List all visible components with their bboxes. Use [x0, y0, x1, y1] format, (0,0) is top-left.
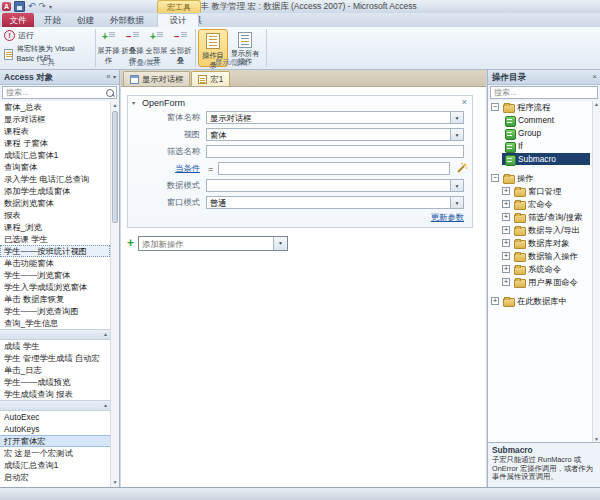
tree-item-Comment[interactable]: Comment — [488, 114, 592, 127]
scroll-down-icon[interactable]: ▼ — [111, 478, 119, 487]
nav-object-item[interactable]: 成绩汇总窗体1 — [0, 149, 110, 161]
nav-object-item[interactable]: 课程_浏览 — [0, 221, 110, 233]
close-pane-icon[interactable]: × — [592, 72, 597, 81]
nav-object-item[interactable]: 学生成绩查询 报表 — [0, 388, 110, 400]
nav-scrollbar[interactable]: ▲ ▼ — [110, 101, 119, 487]
tree-item-Group[interactable]: Group — [488, 127, 592, 140]
nav-object-item[interactable]: 课程表 — [0, 125, 110, 137]
catalog-scrollbar[interactable]: ▲ ▼ — [592, 101, 600, 442]
file-tab[interactable]: 文件 — [2, 13, 34, 27]
nav-object-item[interactable]: 学生 管理学生成绩 自动宏 — [0, 352, 110, 364]
macro-designer-canvas[interactable]: ▾ OpenForm × 窗体名称显示对话框▼视图窗体▼筛选名称当条件=数据模式… — [121, 87, 486, 487]
argument-combo[interactable]: 普通▼ — [206, 196, 464, 209]
nav-object-item[interactable]: 录入学生 电话汇总查询 — [0, 173, 110, 185]
nav-group-header[interactable]: ▴ — [0, 400, 110, 411]
document-tab-bar: 显示对话框宏1 — [121, 70, 486, 87]
expand-box-icon[interactable]: + — [502, 265, 510, 273]
collapse-box-icon[interactable]: − — [491, 174, 499, 182]
argument-combo[interactable]: ▼ — [206, 179, 464, 192]
expand-box-icon[interactable]: + — [502, 252, 510, 260]
nav-object-item[interactable]: 学生——成绩预览 — [0, 376, 110, 388]
argument-combo[interactable]: 显示对话框▼ — [206, 111, 464, 124]
nav-object-item[interactable]: 宏 这是一个宏测试 — [0, 447, 110, 459]
scroll-up-icon[interactable]: ▲ — [111, 101, 119, 110]
nav-object-item[interactable]: 学生入学成绩浏览窗体 — [0, 281, 110, 293]
tree-item-窗口管理[interactable]: +窗口管理 — [488, 185, 592, 198]
expand-box-icon[interactable]: + — [502, 278, 510, 286]
nav-object-item[interactable]: AutoKeys — [0, 423, 110, 435]
document-tab-显示对话框[interactable]: 显示对话框 — [123, 71, 190, 86]
delete-action-icon[interactable]: × — [462, 96, 467, 109]
nav-object-item[interactable]: 单击 数据库恢复 — [0, 293, 110, 305]
dropdown-arrow-icon[interactable]: ▼ — [450, 112, 463, 123]
nav-object-item[interactable]: 学生——浏览查询图 — [0, 305, 110, 317]
run-button[interactable]: ! 运行 — [4, 30, 34, 41]
nav-object-item[interactable]: 已选课 学生 — [0, 233, 110, 245]
add-new-action-combo[interactable]: 添加新操作 ▼ — [138, 236, 288, 251]
expand-box-icon[interactable]: + — [502, 200, 510, 208]
nav-object-item[interactable]: 打开窗体宏 — [0, 435, 110, 447]
argument-label: 筛选名称 — [128, 146, 200, 157]
argument-label[interactable]: 当条件 — [128, 163, 200, 174]
tree-item-数据库对象[interactable]: +数据库对象 — [488, 237, 592, 250]
tree-root-在此数据库中[interactable]: +在此数据库中 — [488, 295, 592, 308]
tree-item-用户界面命令[interactable]: +用户界面命令 — [488, 276, 592, 289]
expand-box-icon[interactable]: + — [502, 213, 510, 221]
nav-object-item[interactable]: 数据浏览窗体 — [0, 197, 110, 209]
argument-text-input[interactable] — [206, 145, 464, 158]
nav-group-header[interactable]: ▴ — [0, 329, 110, 340]
tree-item-Submacro[interactable]: Submacro — [488, 153, 592, 166]
expression-builder-wand-icon[interactable] — [455, 162, 468, 175]
nav-object-item[interactable]: 单击功能窗体 — [0, 257, 110, 269]
nav-object-item[interactable]: 单击_日志 — [0, 364, 110, 376]
nav-menu-caret-icon[interactable]: ▾ — [113, 74, 116, 80]
nav-object-item[interactable]: 添加学生成绩窗体 — [0, 185, 110, 197]
scroll-up-icon[interactable]: ▲ — [593, 101, 600, 107]
expand-box-icon[interactable]: + — [502, 239, 510, 247]
nav-object-item[interactable]: 成绩 学生 — [0, 340, 110, 352]
tree-item-宏命令[interactable]: +宏命令 — [488, 198, 592, 211]
update-parameters-link[interactable]: 更新参数 — [431, 212, 464, 223]
action-catalog-header: 操作目录 × — [488, 70, 600, 85]
argument-combo[interactable]: 窗体▼ — [206, 128, 464, 141]
nav-object-item[interactable]: 成绩汇总查询1 — [0, 459, 110, 471]
scroll-thumb[interactable] — [112, 111, 118, 223]
ribbon-tab-1[interactable]: 创建 — [69, 13, 102, 27]
navigation-pane-header[interactable]: Access 对象 « ▾ — [0, 70, 119, 85]
tree-item-数据输入操作[interactable]: +数据输入操作 — [488, 250, 592, 263]
argument-label: 窗口模式 — [128, 197, 200, 208]
tree-item-系统命令[interactable]: +系统命令 — [488, 263, 592, 276]
expand-box-icon[interactable]: + — [502, 187, 510, 195]
nav-object-item[interactable]: 启动宏 — [0, 471, 110, 483]
nav-object-item[interactable]: 学生——浏览窗体 — [0, 269, 110, 281]
collapse-action-icon[interactable]: ▾ — [132, 96, 135, 110]
dropdown-arrow-icon[interactable]: ▼ — [450, 197, 463, 208]
ribbon-tab-0[interactable]: 开始 — [36, 13, 69, 27]
nav-object-item[interactable]: AutoExec — [0, 411, 110, 423]
tree-item-数据导入/导出[interactable]: +数据导入/导出 — [488, 224, 592, 237]
nav-object-item[interactable]: 显示对话框 — [0, 113, 110, 125]
collapse-box-icon[interactable]: − — [491, 103, 499, 111]
nav-object-item[interactable]: 课程 子窗体 — [0, 137, 110, 149]
shutter-bar-icon[interactable]: « — [106, 72, 110, 81]
tab-design[interactable]: 设计 — [157, 13, 199, 27]
tree-item-筛选/查询/搜索[interactable]: +筛选/查询/搜索 — [488, 211, 592, 224]
dropdown-arrow-icon[interactable]: ▼ — [450, 129, 463, 140]
nav-object-item[interactable]: 查询_学生信息 — [0, 317, 110, 329]
expand-box-icon[interactable]: + — [491, 297, 499, 305]
nav-object-item[interactable]: 报表 — [0, 209, 110, 221]
where-condition-input[interactable] — [218, 162, 450, 175]
nav-search-input[interactable]: 搜索... — [2, 86, 117, 99]
catalog-search-input[interactable]: 搜索... — [490, 86, 598, 99]
tree-item-If[interactable]: If — [488, 140, 592, 153]
ribbon-tab-2[interactable]: 外部数据 — [102, 13, 152, 27]
expand-box-icon[interactable]: + — [502, 226, 510, 234]
dropdown-arrow-icon[interactable]: ▼ — [273, 237, 287, 250]
tree-root-操作[interactable]: −操作 — [488, 172, 592, 185]
dropdown-arrow-icon[interactable]: ▼ — [450, 180, 463, 191]
nav-object-item[interactable]: 查询窗体 — [0, 161, 110, 173]
nav-object-item[interactable]: 窗体_总表 — [0, 101, 110, 113]
nav-object-item[interactable]: 学生——按班统计视图 — [0, 245, 110, 257]
tree-root-程序流程[interactable]: −程序流程 — [488, 101, 592, 114]
document-tab-宏1[interactable]: 宏1 — [191, 71, 230, 86]
